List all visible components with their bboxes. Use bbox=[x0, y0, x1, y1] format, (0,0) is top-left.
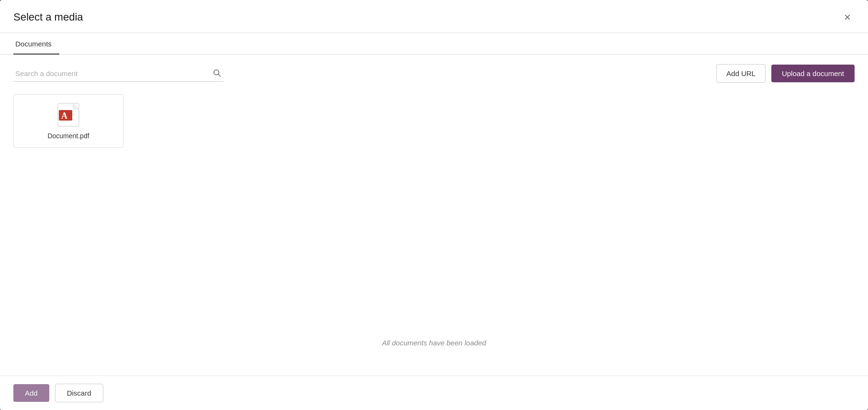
document-card[interactable]: A Document.pdf bbox=[13, 94, 123, 148]
search-icon bbox=[212, 68, 221, 77]
search-input[interactable] bbox=[13, 66, 224, 82]
upload-document-button[interactable]: Upload a document bbox=[771, 65, 855, 82]
add-button[interactable]: Add bbox=[13, 384, 49, 402]
tab-documents[interactable]: Documents bbox=[13, 33, 59, 55]
modal-title: Select a media bbox=[13, 11, 83, 23]
svg-point-0 bbox=[214, 70, 219, 75]
overlay: Select a media × Documents Add URL Uploa… bbox=[0, 0, 868, 410]
pdf-icon-svg: A bbox=[57, 102, 80, 127]
tabs-bar: Documents bbox=[0, 33, 868, 55]
modal-dialog: Select a media × Documents Add URL Uploa… bbox=[0, 0, 868, 410]
modal-header: Select a media × bbox=[0, 0, 868, 33]
modal-footer: Add Discard bbox=[0, 376, 868, 410]
modal-content: A Document.pdf All documents have been l… bbox=[0, 90, 868, 376]
pdf-icon: A bbox=[56, 102, 81, 127]
svg-text:A: A bbox=[61, 111, 67, 121]
svg-line-1 bbox=[219, 74, 221, 76]
search-container bbox=[13, 66, 224, 82]
close-button[interactable]: × bbox=[840, 10, 855, 25]
document-name: Document.pdf bbox=[47, 132, 89, 140]
documents-grid: A Document.pdf bbox=[13, 94, 855, 148]
all-loaded-message: All documents have been loaded bbox=[382, 339, 486, 347]
search-icon-button[interactable] bbox=[211, 67, 222, 80]
add-url-button[interactable]: Add URL bbox=[716, 64, 766, 83]
toolbar: Add URL Upload a document bbox=[0, 55, 868, 90]
discard-button[interactable]: Discard bbox=[55, 384, 103, 402]
